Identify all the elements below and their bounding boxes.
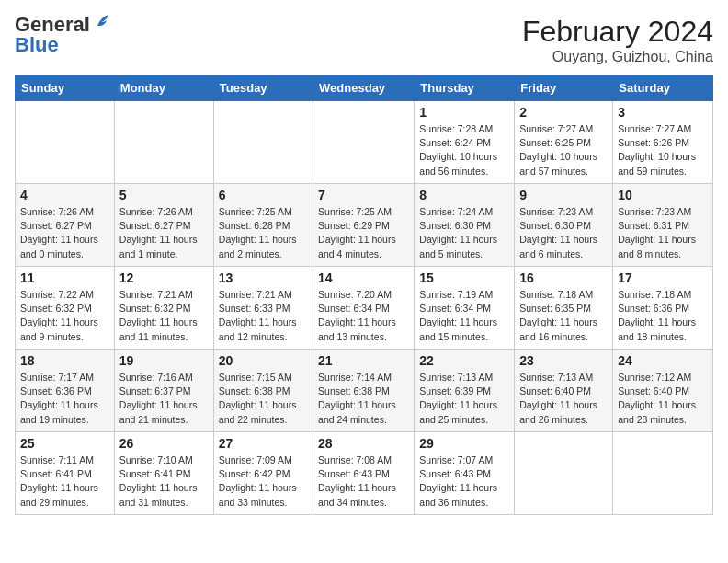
header: General Blue February 2024 Ouyang, Guizh… — [15, 15, 713, 65]
day-info: Sunrise: 7:23 AM Sunset: 6:30 PM Dayligh… — [519, 205, 608, 261]
calendar-cell — [515, 432, 613, 515]
day-info: Sunrise: 7:11 AM Sunset: 6:41 PM Dayligh… — [20, 454, 109, 510]
day-info: Sunrise: 7:27 AM Sunset: 6:25 PM Dayligh… — [519, 122, 608, 178]
location-title: Ouyang, Guizhou, China — [522, 49, 713, 65]
calendar-cell: 23Sunrise: 7:13 AM Sunset: 6:40 PM Dayli… — [515, 350, 613, 432]
day-of-week-header: Tuesday — [213, 75, 313, 101]
day-info: Sunrise: 7:25 AM Sunset: 6:29 PM Dayligh… — [318, 205, 409, 261]
title-area: February 2024 Ouyang, Guizhou, China — [522, 15, 713, 65]
calendar-cell — [16, 101, 115, 184]
calendar-cell: 2Sunrise: 7:27 AM Sunset: 6:25 PM Daylig… — [515, 101, 613, 184]
day-number: 23 — [519, 353, 608, 368]
day-number: 3 — [618, 105, 708, 120]
calendar-cell: 6Sunrise: 7:25 AM Sunset: 6:28 PM Daylig… — [213, 184, 313, 267]
calendar-cell: 29Sunrise: 7:07 AM Sunset: 6:43 PM Dayli… — [415, 432, 515, 515]
calendar-cell: 25Sunrise: 7:11 AM Sunset: 6:41 PM Dayli… — [16, 432, 115, 515]
day-number: 12 — [119, 270, 209, 285]
day-number: 7 — [318, 188, 409, 202]
calendar-cell: 1Sunrise: 7:28 AM Sunset: 6:24 PM Daylig… — [415, 101, 515, 184]
calendar-cell: 28Sunrise: 7:08 AM Sunset: 6:43 PM Dayli… — [313, 432, 415, 515]
calendar-cell: 4Sunrise: 7:26 AM Sunset: 6:27 PM Daylig… — [16, 184, 115, 267]
day-info: Sunrise: 7:26 AM Sunset: 6:27 PM Dayligh… — [20, 205, 109, 261]
calendar-cell: 18Sunrise: 7:17 AM Sunset: 6:36 PM Dayli… — [16, 350, 115, 432]
day-info: Sunrise: 7:13 AM Sunset: 6:39 PM Dayligh… — [419, 371, 509, 427]
day-info: Sunrise: 7:25 AM Sunset: 6:28 PM Dayligh… — [219, 205, 308, 261]
calendar-cell: 19Sunrise: 7:16 AM Sunset: 6:37 PM Dayli… — [114, 350, 213, 432]
calendar-cell: 15Sunrise: 7:19 AM Sunset: 6:34 PM Dayli… — [415, 267, 515, 350]
day-info: Sunrise: 7:27 AM Sunset: 6:26 PM Dayligh… — [618, 122, 708, 178]
day-number: 29 — [419, 436, 509, 451]
calendar-cell: 10Sunrise: 7:23 AM Sunset: 6:31 PM Dayli… — [613, 184, 713, 267]
day-number: 14 — [318, 270, 409, 285]
day-number: 2 — [519, 105, 608, 120]
days-of-week-row: SundayMondayTuesdayWednesdayThursdayFrid… — [16, 75, 713, 101]
day-info: Sunrise: 7:18 AM Sunset: 6:35 PM Dayligh… — [519, 288, 608, 344]
day-info: Sunrise: 7:19 AM Sunset: 6:34 PM Dayligh… — [419, 288, 509, 344]
calendar-cell: 21Sunrise: 7:14 AM Sunset: 6:38 PM Dayli… — [313, 350, 415, 432]
day-of-week-header: Friday — [515, 75, 613, 101]
day-number: 27 — [219, 436, 308, 451]
day-info: Sunrise: 7:18 AM Sunset: 6:36 PM Dayligh… — [618, 288, 708, 344]
calendar-cell: 11Sunrise: 7:22 AM Sunset: 6:32 PM Dayli… — [16, 267, 115, 350]
day-info: Sunrise: 7:16 AM Sunset: 6:37 PM Dayligh… — [119, 371, 209, 427]
calendar-week-row: 11Sunrise: 7:22 AM Sunset: 6:32 PM Dayli… — [16, 267, 713, 350]
day-number: 10 — [618, 188, 708, 202]
calendar-cell: 9Sunrise: 7:23 AM Sunset: 6:30 PM Daylig… — [515, 184, 613, 267]
calendar-cell: 16Sunrise: 7:18 AM Sunset: 6:35 PM Dayli… — [515, 267, 613, 350]
day-info: Sunrise: 7:10 AM Sunset: 6:41 PM Dayligh… — [119, 454, 209, 510]
day-of-week-header: Saturday — [613, 75, 713, 101]
calendar-cell: 14Sunrise: 7:20 AM Sunset: 6:34 PM Dayli… — [313, 267, 415, 350]
day-number: 22 — [419, 353, 509, 368]
day-info: Sunrise: 7:28 AM Sunset: 6:24 PM Dayligh… — [419, 122, 509, 178]
calendar-cell — [613, 432, 713, 515]
calendar-week-row: 18Sunrise: 7:17 AM Sunset: 6:36 PM Dayli… — [16, 350, 713, 432]
day-number: 15 — [419, 270, 509, 285]
calendar-week-row: 25Sunrise: 7:11 AM Sunset: 6:41 PM Dayli… — [16, 432, 713, 515]
day-number: 6 — [219, 188, 308, 202]
calendar-cell: 5Sunrise: 7:26 AM Sunset: 6:27 PM Daylig… — [114, 184, 213, 267]
day-info: Sunrise: 7:23 AM Sunset: 6:31 PM Dayligh… — [618, 205, 708, 261]
calendar-cell: 20Sunrise: 7:15 AM Sunset: 6:38 PM Dayli… — [213, 350, 313, 432]
day-info: Sunrise: 7:07 AM Sunset: 6:43 PM Dayligh… — [419, 454, 509, 510]
day-of-week-header: Wednesday — [313, 75, 415, 101]
logo: General Blue — [15, 15, 112, 55]
day-number: 13 — [219, 270, 308, 285]
calendar-cell — [114, 101, 213, 184]
day-number: 1 — [419, 105, 509, 120]
calendar-cell: 3Sunrise: 7:27 AM Sunset: 6:26 PM Daylig… — [613, 101, 713, 184]
day-number: 8 — [419, 188, 509, 202]
day-info: Sunrise: 7:14 AM Sunset: 6:38 PM Dayligh… — [318, 371, 409, 427]
calendar-week-row: 1Sunrise: 7:28 AM Sunset: 6:24 PM Daylig… — [16, 101, 713, 184]
day-info: Sunrise: 7:26 AM Sunset: 6:27 PM Dayligh… — [119, 205, 209, 261]
calendar-cell: 13Sunrise: 7:21 AM Sunset: 6:33 PM Dayli… — [213, 267, 313, 350]
logo-general-text: General — [15, 15, 90, 35]
day-number: 21 — [318, 353, 409, 368]
logo-bird-icon — [92, 13, 112, 33]
day-number: 28 — [318, 436, 409, 451]
day-number: 9 — [519, 188, 608, 202]
day-number: 5 — [119, 188, 209, 202]
day-info: Sunrise: 7:12 AM Sunset: 6:40 PM Dayligh… — [618, 371, 708, 427]
day-of-week-header: Monday — [114, 75, 213, 101]
day-number: 25 — [20, 436, 109, 451]
day-info: Sunrise: 7:15 AM Sunset: 6:38 PM Dayligh… — [219, 371, 308, 427]
calendar-week-row: 4Sunrise: 7:26 AM Sunset: 6:27 PM Daylig… — [16, 184, 713, 267]
day-info: Sunrise: 7:08 AM Sunset: 6:43 PM Dayligh… — [318, 454, 409, 510]
day-of-week-header: Sunday — [16, 75, 115, 101]
day-number: 20 — [219, 353, 308, 368]
day-number: 19 — [119, 353, 209, 368]
day-number: 11 — [20, 270, 109, 285]
day-info: Sunrise: 7:20 AM Sunset: 6:34 PM Dayligh… — [318, 288, 409, 344]
day-info: Sunrise: 7:21 AM Sunset: 6:32 PM Dayligh… — [119, 288, 209, 344]
calendar-cell: 17Sunrise: 7:18 AM Sunset: 6:36 PM Dayli… — [613, 267, 713, 350]
calendar-body: 1Sunrise: 7:28 AM Sunset: 6:24 PM Daylig… — [16, 101, 713, 515]
day-number: 4 — [20, 188, 109, 202]
day-info: Sunrise: 7:09 AM Sunset: 6:42 PM Dayligh… — [219, 454, 308, 510]
calendar-cell: 24Sunrise: 7:12 AM Sunset: 6:40 PM Dayli… — [613, 350, 713, 432]
day-number: 26 — [119, 436, 209, 451]
day-of-week-header: Thursday — [415, 75, 515, 101]
day-number: 24 — [618, 353, 708, 368]
day-info: Sunrise: 7:22 AM Sunset: 6:32 PM Dayligh… — [20, 288, 109, 344]
calendar-cell: 26Sunrise: 7:10 AM Sunset: 6:41 PM Dayli… — [114, 432, 213, 515]
calendar-table: SundayMondayTuesdayWednesdayThursdayFrid… — [15, 75, 713, 515]
